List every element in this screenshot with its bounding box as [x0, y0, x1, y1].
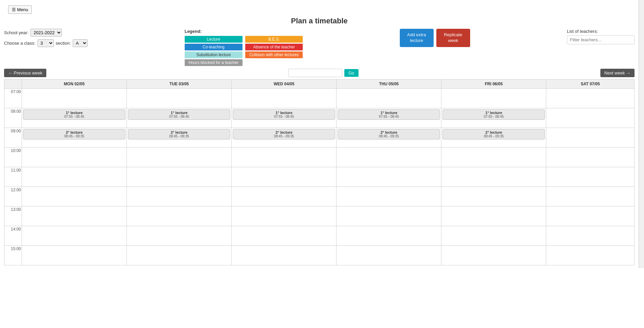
lecture-time: 07:55 - 08:45 [25, 115, 123, 118]
cell-fri-3[interactable] [441, 148, 546, 167]
cell-thu-8[interactable] [337, 246, 441, 265]
menu-button[interactable]: ☰ Menu [8, 5, 32, 14]
cell-sat-7[interactable] [546, 226, 635, 246]
time-label: 07:00 [4, 89, 22, 108]
time-label: 11:00 [4, 167, 22, 187]
lecture-block[interactable]: 1° lecture07:55 - 08:45 [442, 109, 545, 120]
cell-thu-1[interactable]: 1° lecture07:55 - 08:45 [337, 108, 441, 128]
lecture-name: 1° lecture [130, 111, 228, 115]
cell-tue-4[interactable] [127, 167, 232, 187]
cell-fri-6[interactable] [441, 206, 546, 226]
cell-mon-3[interactable] [22, 148, 127, 167]
cell-tue-0[interactable] [127, 89, 232, 108]
cell-sat-5[interactable] [546, 187, 635, 206]
cell-wed-4[interactable] [232, 167, 337, 187]
lecture-time: 07:55 - 08:45 [235, 115, 333, 118]
cell-thu-0[interactable] [337, 89, 441, 108]
time-label: 14:00 [4, 226, 22, 246]
lecture-block[interactable]: 2° lecture08:45 - 09:35 [338, 129, 440, 139]
cell-thu-2[interactable]: 2° lecture08:45 - 09:35 [337, 128, 441, 148]
cell-sat-1[interactable] [546, 108, 635, 128]
cell-wed-5[interactable] [232, 187, 337, 206]
lecture-time: 08:45 - 09:35 [25, 134, 123, 138]
lecture-time: 07:55 - 08:45 [130, 115, 228, 118]
date-input[interactable] [288, 69, 342, 77]
lecture-name: 2° lecture [130, 130, 228, 134]
school-year-select[interactable]: 2021-2022 2020-2021 2022-2023 [30, 29, 62, 37]
lecture-block[interactable]: 2° lecture08:45 - 09:35 [233, 129, 335, 139]
cell-thu-3[interactable] [337, 148, 441, 167]
section-select[interactable]: ABCD [73, 39, 88, 47]
cell-tue-1[interactable]: 1° lecture07:55 - 08:45 [127, 108, 232, 128]
legend-absence: Absence of the teacher [245, 44, 303, 50]
add-extra-lecture-button[interactable]: Add extralecture [400, 29, 434, 47]
cell-fri-7[interactable] [441, 226, 546, 246]
class-label: Choose a class: [4, 41, 36, 46]
cell-sat-0[interactable] [546, 89, 635, 108]
cell-sat-6[interactable] [546, 206, 635, 226]
cell-mon-0[interactable] [22, 89, 127, 108]
day-header-fri: FRI 06/05 [441, 80, 546, 89]
cell-sat-2[interactable] [546, 128, 635, 148]
replicate-week-button[interactable]: Replicateweek [436, 29, 470, 47]
cell-sat-4[interactable] [546, 167, 635, 187]
lecture-block[interactable]: 2° lecture08:45 - 09:35 [442, 129, 545, 139]
lecture-block[interactable]: 1° lecture07:55 - 08:45 [233, 109, 335, 120]
cell-wed-0[interactable] [232, 89, 337, 108]
lecture-name: 2° lecture [340, 130, 438, 134]
cell-wed-6[interactable] [232, 206, 337, 226]
cell-mon-1[interactable]: 1° lecture07:55 - 08:45 [22, 108, 127, 128]
time-label: 10:00 [4, 148, 22, 167]
cell-thu-4[interactable] [337, 167, 441, 187]
lecture-block[interactable]: 2° lecture08:45 - 09:35 [23, 129, 125, 139]
class-select[interactable]: 312456 [38, 39, 54, 47]
lecture-block[interactable]: 1° lecture07:55 - 08:45 [23, 109, 125, 120]
lecture-block[interactable]: 1° lecture07:55 - 08:45 [338, 109, 440, 120]
cell-thu-7[interactable] [337, 226, 441, 246]
time-label: 08:00 [4, 108, 22, 128]
cell-mon-6[interactable] [22, 206, 127, 226]
cell-fri-5[interactable] [441, 187, 546, 206]
scrollbar[interactable] [639, 0, 644, 268]
time-label: 12:00 [4, 187, 22, 206]
lecture-block[interactable]: 2° lecture08:45 - 09:35 [128, 129, 230, 139]
cell-thu-6[interactable] [337, 206, 441, 226]
legend-bes: B.E.S. [245, 36, 303, 43]
cell-fri-8[interactable] [441, 246, 546, 265]
cell-wed-7[interactable] [232, 226, 337, 246]
cell-mon-7[interactable] [22, 226, 127, 246]
lecture-name: 2° lecture [444, 130, 543, 134]
lecture-name: 2° lecture [235, 130, 333, 134]
cell-mon-5[interactable] [22, 187, 127, 206]
cell-thu-5[interactable] [337, 187, 441, 206]
go-button[interactable]: Go [344, 69, 358, 77]
cell-wed-2[interactable]: 2° lecture08:45 - 09:35 [232, 128, 337, 148]
cell-tue-8[interactable] [127, 246, 232, 265]
lecture-name: 2° lecture [25, 130, 123, 134]
cell-mon-4[interactable] [22, 167, 127, 187]
lecture-time: 07:55 - 08:45 [444, 115, 543, 118]
cell-fri-2[interactable]: 2° lecture08:45 - 09:35 [441, 128, 546, 148]
cell-wed-1[interactable]: 1° lecture07:55 - 08:45 [232, 108, 337, 128]
lecture-time: 08:45 - 09:35 [235, 134, 333, 138]
cell-fri-4[interactable] [441, 167, 546, 187]
filter-teachers-input[interactable] [567, 35, 635, 44]
lecture-block[interactable]: 1° lecture07:55 - 08:45 [128, 109, 230, 120]
day-header-sat: SAT 07/05 [546, 80, 635, 89]
cell-wed-8[interactable] [232, 246, 337, 265]
cell-tue-6[interactable] [127, 206, 232, 226]
legend-substitution: Substitution lecture [185, 51, 243, 58]
cell-fri-1[interactable]: 1° lecture07:55 - 08:45 [441, 108, 546, 128]
cell-mon-2[interactable]: 2° lecture08:45 - 09:35 [22, 128, 127, 148]
cell-tue-7[interactable] [127, 226, 232, 246]
cell-wed-3[interactable] [232, 148, 337, 167]
cell-sat-8[interactable] [546, 246, 635, 265]
cell-tue-2[interactable]: 2° lecture08:45 - 09:35 [127, 128, 232, 148]
next-week-button[interactable]: Next week → [600, 69, 635, 77]
cell-fri-0[interactable] [441, 89, 546, 108]
cell-tue-3[interactable] [127, 148, 232, 167]
cell-sat-3[interactable] [546, 148, 635, 167]
previous-week-button[interactable]: ← Previous week [4, 69, 46, 77]
cell-mon-8[interactable] [22, 246, 127, 265]
cell-tue-5[interactable] [127, 187, 232, 206]
